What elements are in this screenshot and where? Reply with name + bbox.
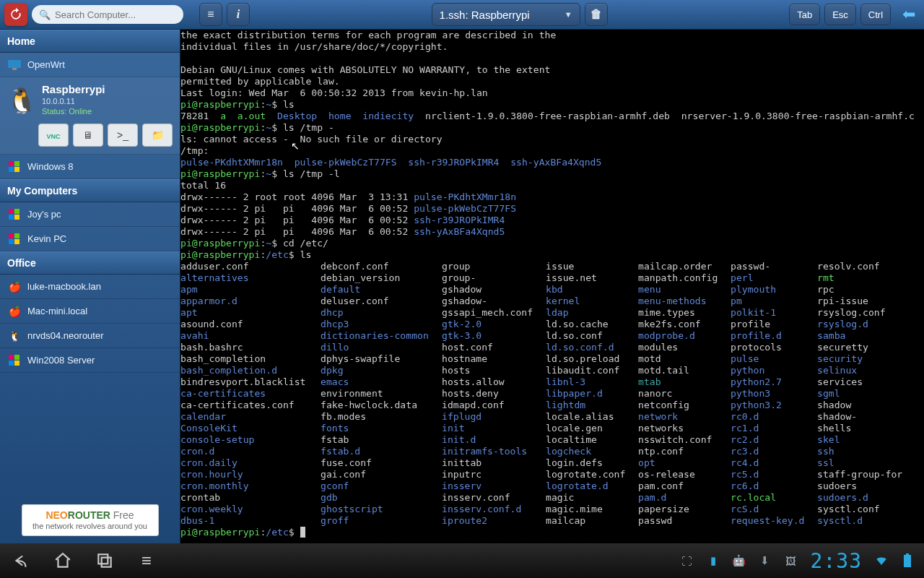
sidebar-item-label: luke-macbook.lan [27, 281, 101, 292]
sidebar: Home OpenWrt 🐧 Raspberrypi 10.0.0.11 Sta… [0, 30, 180, 543]
sidebar-item-raspberrypi-expanded[interactable]: 🐧 Raspberrypi 10.0.0.11 Status: Online V… [0, 77, 180, 155]
svg-rect-3 [14, 161, 19, 166]
wifi-icon [875, 554, 888, 567]
sidebar-section-home: Home [0, 30, 180, 53]
sidebar-item-label: Kevin PC [27, 233, 66, 244]
host-ip: 10.0.0.11 [42, 97, 105, 105]
sidebar-section-mycomputers: My Computers [0, 179, 180, 202]
image-notif-icon: 🖼 [785, 554, 798, 567]
nav-recent-button[interactable] [94, 550, 116, 571]
os-icon [7, 58, 22, 72]
sidebar-section-office: Office [0, 251, 180, 275]
svg-rect-17 [14, 361, 19, 366]
arrow-left-icon: ⬅ [902, 5, 915, 24]
svg-rect-20 [904, 555, 911, 567]
app-logo-button[interactable] [4, 3, 27, 26]
hamburger-icon: ≡ [207, 8, 214, 21]
battery-icon [901, 554, 914, 567]
fullscreen-icon[interactable]: ⛶ [681, 554, 694, 567]
ftp-icon[interactable]: 📁 [142, 124, 173, 147]
svg-rect-14 [9, 355, 14, 360]
status-clock: 2:33 [811, 549, 862, 573]
sidebar-item[interactable]: Win2008 Server [0, 348, 180, 373]
info-button[interactable]: i [227, 3, 250, 26]
neorouter-ad[interactable]: NEOROUTER Free the network revolves arou… [22, 504, 159, 536]
vnc-icon: VNC [46, 129, 60, 141]
host-name: Raspberrypi [42, 83, 105, 95]
svg-rect-8 [9, 215, 14, 220]
ad-tagline: the network revolves around you [32, 522, 147, 531]
svg-rect-1 [12, 68, 17, 70]
os-icon [7, 353, 22, 368]
sidebar-item[interactable]: 🐧nrvds04.neorouter [0, 324, 180, 348]
search-input[interactable] [55, 9, 176, 20]
rdp-icon[interactable]: 🖥 [73, 124, 103, 147]
sidebar-item[interactable]: 🍎Mac-mini.local [0, 299, 180, 324]
delete-session-button[interactable]: 🗑 [585, 3, 608, 26]
refresh-logo-icon [9, 7, 23, 22]
sidebar-item-label: OpenWrt [27, 59, 65, 70]
chevron-down-icon: ▼ [565, 10, 572, 19]
info-icon: i [237, 8, 240, 21]
sidebar-item[interactable]: Joy's pc [0, 202, 180, 227]
ssh-icon: >_ [117, 129, 128, 141]
session-label: 1.ssh: Raspberrypi [440, 9, 530, 21]
android-navbar: ≡ ⛶ ▮ 🤖 ⬇ 🖼 2:33 [0, 543, 924, 578]
sidebar-item-label: nrvds04.neorouter [27, 330, 104, 341]
svg-rect-12 [9, 239, 14, 244]
ctrl-key-button[interactable]: Ctrl [860, 4, 891, 25]
svg-rect-5 [14, 167, 19, 172]
recent-apps-icon [95, 551, 114, 570]
rdp-icon: 🖥 [83, 129, 93, 141]
top-toolbar: 🔍 ≡ i 1.ssh: Raspberrypi ▼ 🗑 Tab Esc Ctr… [0, 0, 924, 30]
svg-rect-13 [14, 239, 19, 244]
sidebar-item[interactable]: Kevin PC [0, 227, 180, 251]
nav-back-button[interactable] [10, 550, 32, 571]
svg-rect-9 [14, 215, 19, 220]
svg-rect-11 [14, 233, 19, 238]
trash-icon: 🗑 [590, 8, 602, 21]
esc-key-button[interactable]: Esc [824, 4, 856, 25]
vnc-icon[interactable]: VNC [38, 124, 69, 147]
svg-rect-15 [14, 355, 19, 360]
ad-brand: NEOROUTER Free [45, 509, 134, 522]
sidebar-item-label: Win2008 Server [27, 355, 95, 366]
svg-rect-18 [98, 554, 108, 564]
back-arrow-button[interactable]: ⬅ [898, 4, 920, 25]
nav-menu-button[interactable]: ≡ [136, 550, 157, 571]
host-status: Status: Online [42, 107, 105, 116]
os-icon: 🍎 [7, 280, 22, 294]
session-dropdown[interactable]: 1.ssh: Raspberrypi ▼ [432, 3, 580, 26]
nav-home-button[interactable] [52, 550, 74, 571]
search-icon: 🔍 [39, 9, 51, 20]
ssh-icon[interactable]: >_ [108, 124, 138, 147]
android-debug-icon: 🤖 [733, 554, 746, 567]
tab-key-button[interactable]: Tab [789, 4, 820, 25]
search-box[interactable]: 🔍 [32, 5, 183, 24]
sidebar-item[interactable]: Windows 8 [0, 155, 180, 179]
home-icon [53, 551, 72, 570]
terminal-view[interactable]: the exact distribution terms for each pr… [180, 30, 924, 543]
svg-rect-0 [8, 60, 21, 68]
os-icon: 🍎 [7, 304, 22, 319]
svg-rect-16 [9, 361, 14, 366]
linux-tux-icon: 🐧 [7, 83, 36, 118]
svg-rect-7 [14, 209, 19, 214]
svg-rect-2 [9, 161, 14, 166]
menu-button[interactable]: ≡ [199, 3, 222, 26]
os-icon [7, 232, 22, 246]
sidebar-item[interactable]: OpenWrt [0, 53, 180, 77]
svg-rect-19 [102, 558, 111, 567]
os-icon [7, 207, 22, 222]
svg-rect-21 [906, 553, 909, 555]
download-icon: ⬇ [759, 554, 772, 567]
svg-rect-6 [9, 209, 14, 214]
back-icon [12, 551, 30, 570]
svg-rect-4 [9, 167, 14, 172]
menu-lines-icon: ≡ [141, 551, 152, 571]
battery-charging-icon: ▮ [707, 554, 720, 567]
os-icon: 🐧 [7, 329, 22, 343]
sidebar-item-label: Windows 8 [27, 161, 74, 172]
sidebar-item-label: Mac-mini.local [27, 306, 87, 316]
sidebar-item[interactable]: 🍎luke-macbook.lan [0, 275, 180, 299]
